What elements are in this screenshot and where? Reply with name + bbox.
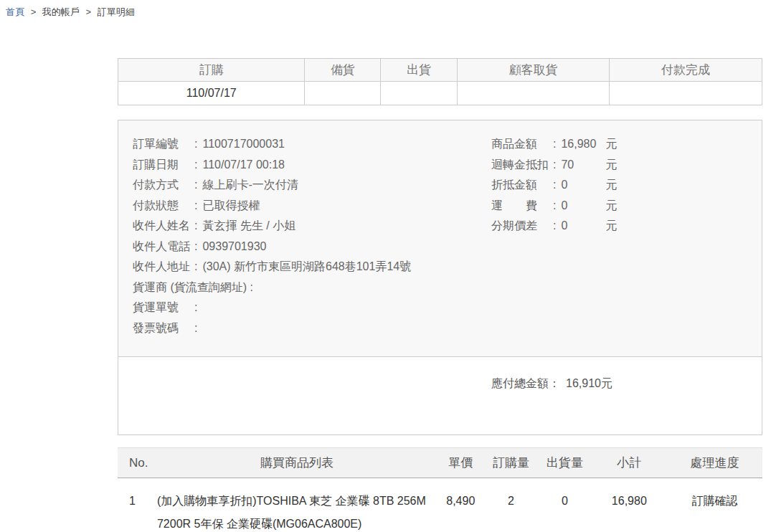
- items-col-ship-qty: 出貨量: [538, 448, 592, 478]
- payment-method-field: 付款方式:線上刷卡-一次付清: [133, 175, 491, 196]
- carrier-field: 貨運商 (貨流查詢網址) :: [133, 277, 491, 298]
- breadcrumb-link-home[interactable]: 首頁: [6, 6, 24, 17]
- purchased-items-table: No. 購買商品列表 單價 訂購量 出貨量 小計 處理進度 1 (加入購物車享折…: [118, 447, 762, 532]
- breadcrumb-item-order-detail: 訂單明細: [98, 6, 135, 17]
- field-value: 110/07/17 00:18: [202, 158, 284, 171]
- field-colon: :: [553, 179, 556, 191]
- status-col-ordered: 訂購: [118, 59, 305, 82]
- field-label: 訂購日期: [133, 155, 194, 176]
- recipient-name-field: 收件人姓名:黃玄揮 先生 / 小姐: [133, 216, 491, 237]
- field-label: 貨運商 (貨流查詢網址): [133, 277, 247, 298]
- shipping-fee-field: 運 費:0元: [491, 196, 762, 217]
- field-amount: 0: [561, 196, 605, 217]
- recipient-phone-field: 收件人電話:0939701930: [133, 237, 491, 257]
- breadcrumb-separator: >: [31, 6, 37, 17]
- field-value: 線上刷卡-一次付清: [202, 179, 298, 191]
- field-unit: 元: [605, 219, 617, 232]
- tracking-number-field: 貨運單號:: [133, 298, 491, 318]
- item-no: 1: [118, 478, 156, 532]
- field-colon: :: [194, 179, 197, 191]
- field-label: 迴轉金抵扣: [491, 155, 553, 176]
- field-value: 黃玄揮 先生 / 小姐: [202, 219, 295, 232]
- status-preparing-date: [305, 82, 381, 105]
- status-pickup-date: [458, 82, 610, 105]
- field-value: (30A) 新竹市東區明湖路648巷101弄14號: [202, 260, 411, 272]
- field-label: 運 費: [491, 196, 553, 217]
- item-subtotal: 16,980: [592, 478, 667, 532]
- field-label: 訂單編號: [133, 134, 194, 155]
- order-detail-page: 訂購 備貨 出貨 顧客取貨 付款完成 110/07/17 訂單編號:110071…: [118, 58, 762, 532]
- field-label: 付款狀態: [133, 196, 194, 217]
- field-colon: :: [194, 138, 197, 150]
- total-amount-value: 16,910元: [566, 377, 612, 389]
- order-status-table: 訂購 備貨 出貨 顧客取貨 付款完成 110/07/17: [118, 58, 762, 105]
- recipient-address-field: 收件人地址:(30A) 新竹市東區明湖路648巷101弄14號: [133, 257, 491, 277]
- field-colon: :: [194, 260, 197, 272]
- field-amount: 0: [561, 216, 605, 237]
- rebate-deduction-field: 迴轉金抵扣:70元: [491, 155, 762, 176]
- field-value: 已取得授權: [202, 199, 260, 212]
- status-value-row: 110/07/17: [118, 82, 762, 105]
- order-info-fields: 訂單編號:1100717000031 訂購日期:110/07/17 00:18 …: [118, 120, 762, 356]
- status-col-shipped: 出貨: [381, 59, 458, 82]
- product-amount-field: 商品金額:16,980元: [491, 134, 762, 155]
- order-info-right-column: 商品金額:16,980元 迴轉金抵扣:70元 折抵金額:0元 運 費:0元 分期…: [491, 134, 762, 237]
- status-col-payment-complete: 付款完成: [610, 59, 762, 82]
- field-colon: :: [553, 158, 556, 171]
- field-colon: :: [194, 301, 197, 313]
- field-amount: 0: [561, 175, 605, 196]
- item-product-name: (加入購物車享折扣)TOSHIBA 東芝 企業碟 8TB 256M 7200R …: [156, 478, 437, 532]
- field-unit: 元: [605, 158, 617, 171]
- field-colon: :: [553, 138, 556, 150]
- field-amount: 70: [561, 155, 605, 176]
- field-colon: :: [194, 322, 197, 334]
- field-unit: 元: [605, 179, 617, 191]
- items-col-unit-price: 單價: [437, 448, 484, 478]
- order-number-field: 訂單編號:1100717000031: [133, 134, 491, 155]
- payment-status-field: 付款狀態:已取得授權: [133, 196, 491, 217]
- items-col-subtotal: 小計: [592, 448, 667, 478]
- field-label: 收件人姓名: [133, 216, 194, 237]
- field-value: 1100717000031: [202, 138, 285, 150]
- items-col-progress: 處理進度: [667, 448, 762, 478]
- installment-diff-field: 分期價差:0元: [491, 216, 762, 237]
- field-colon: :: [553, 199, 556, 212]
- field-label: 商品金額: [491, 134, 553, 155]
- breadcrumb-separator: >: [85, 6, 91, 17]
- field-value: 0939701930: [202, 240, 266, 252]
- field-colon: :: [194, 240, 197, 252]
- item-order-qty: 2: [484, 478, 539, 532]
- field-colon: :: [553, 219, 556, 232]
- field-colon: :: [194, 158, 197, 171]
- items-header-row: No. 購買商品列表 單價 訂購量 出貨量 小計 處理進度: [118, 448, 762, 478]
- field-unit: 元: [605, 138, 617, 150]
- breadcrumb: 首頁 > 我的帳戶 > 訂單明細: [0, 0, 771, 19]
- status-ordered-date: 110/07/17: [118, 82, 305, 105]
- breadcrumb-link-my-account[interactable]: 我的帳戶: [42, 6, 80, 17]
- total-amount-section: 應付總金額：16,910元: [118, 356, 762, 434]
- field-colon: :: [194, 219, 197, 232]
- item-row: 1 (加入購物車享折扣)TOSHIBA 東芝 企業碟 8TB 256M 7200…: [118, 478, 762, 532]
- status-col-preparing: 備貨: [305, 59, 381, 82]
- invoice-number-field: 發票號碼:: [133, 318, 491, 339]
- item-ship-qty: 0: [538, 478, 592, 532]
- status-col-customer-pickup: 顧客取貨: [458, 59, 610, 82]
- item-unit-price: 8,490: [437, 478, 484, 532]
- order-date-field: 訂購日期:110/07/17 00:18: [133, 155, 491, 176]
- item-progress-status: 訂購確認: [667, 478, 762, 532]
- field-label: 分期價差: [491, 216, 553, 237]
- total-amount-label: 應付總金額：: [491, 377, 560, 389]
- items-col-product-list: 購買商品列表: [156, 448, 437, 478]
- field-label: 貨運單號: [133, 298, 194, 318]
- items-col-order-qty: 訂購量: [484, 448, 539, 478]
- status-shipped-date: [381, 82, 458, 105]
- discount-amount-field: 折抵金額:0元: [491, 175, 762, 196]
- status-header-row: 訂購 備貨 出貨 顧客取貨 付款完成: [118, 59, 762, 82]
- order-info-box: 訂單編號:1100717000031 訂購日期:110/07/17 00:18 …: [118, 120, 762, 435]
- items-col-no: No.: [118, 448, 156, 478]
- field-label: 收件人地址: [133, 257, 194, 277]
- field-colon: :: [194, 199, 197, 212]
- field-label: 付款方式: [133, 175, 194, 196]
- field-unit: 元: [605, 199, 617, 212]
- field-amount: 16,980: [561, 134, 605, 155]
